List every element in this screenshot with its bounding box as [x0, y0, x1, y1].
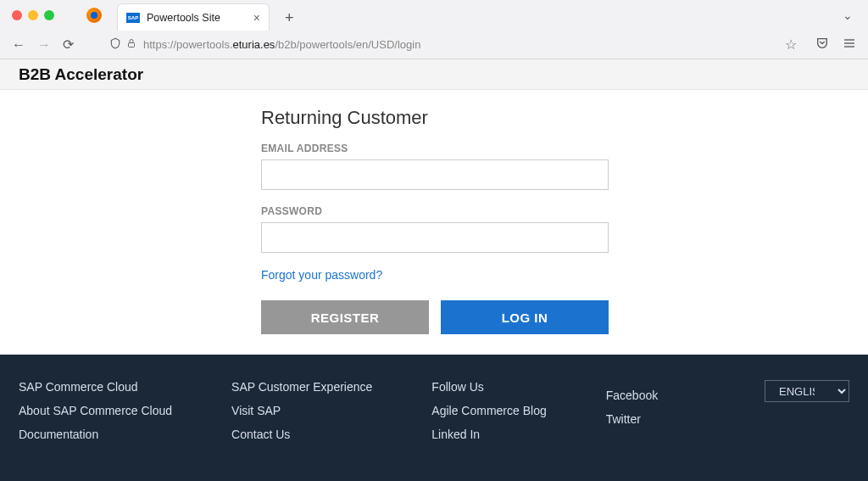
forgot-password-link[interactable]: Forgot your password?: [261, 268, 609, 282]
password-label: PASSWORD: [261, 205, 609, 217]
tab-title: Powertools Site: [147, 12, 245, 24]
bookmark-star-icon[interactable]: ☆: [785, 36, 797, 53]
site-header: B2B Accelerator: [0, 59, 868, 90]
tabs-overflow: ⌄: [843, 8, 861, 23]
toolbar-right: [815, 36, 856, 53]
browser-toolbar: ← → ⟳ https://powertools.eturia.es/b2b/p…: [0, 31, 868, 59]
footer-link[interactable]: SAP Customer Experience: [231, 380, 372, 394]
close-window-button[interactable]: [12, 10, 22, 20]
minimize-window-button[interactable]: [28, 10, 38, 20]
footer-link[interactable]: Agile Commerce Blog: [431, 404, 546, 417]
site-title: B2B Accelerator: [19, 65, 143, 84]
page-content: B2B Accelerator Returning Customer EMAIL…: [0, 59, 868, 481]
pocket-icon[interactable]: [815, 36, 829, 53]
browser-titlebar: SAP Powertools Site × + ⌄: [0, 0, 868, 31]
form-title: Returning Customer: [261, 107, 609, 129]
footer-col-4: Facebook Twitter: [606, 389, 658, 451]
back-button[interactable]: ←: [12, 37, 25, 53]
forward-button: →: [37, 37, 51, 53]
svg-rect-0: [129, 43, 135, 48]
footer-link[interactable]: Contact Us: [231, 428, 372, 441]
footer-link[interactable]: Facebook: [606, 389, 658, 402]
tab-close-icon[interactable]: ×: [253, 11, 260, 25]
email-input[interactable]: [261, 159, 609, 190]
footer-link[interactable]: Twitter: [606, 412, 658, 426]
maximize-window-button[interactable]: [44, 10, 54, 20]
address-bar[interactable]: https://powertools.eturia.es/b2b/powerto…: [103, 33, 804, 57]
shield-icon: [109, 37, 121, 52]
footer-heading: Follow Us: [431, 380, 546, 394]
new-tab-button[interactable]: +: [278, 6, 301, 31]
footer-link[interactable]: Visit SAP: [231, 404, 372, 417]
footer-link[interactable]: About SAP Commerce Cloud: [19, 404, 172, 417]
language-select-wrap: ENGLISH: [765, 380, 849, 451]
footer-link[interactable]: SAP Commerce Cloud: [19, 380, 172, 394]
reload-button[interactable]: ⟳: [63, 36, 74, 53]
tab-powertools[interactable]: SAP Powertools Site ×: [117, 3, 270, 31]
register-button[interactable]: REGISTER: [261, 300, 429, 334]
footer-link[interactable]: Linked In: [431, 428, 546, 441]
footer-col-2: SAP Customer Experience Visit SAP Contac…: [231, 380, 372, 451]
language-select[interactable]: ENGLISH: [765, 380, 849, 402]
footer-columns: SAP Commerce Cloud About SAP Commerce Cl…: [19, 380, 849, 451]
url-text: https://powertools.eturia.es/b2b/powerto…: [143, 38, 420, 51]
footer-link[interactable]: Documentation: [19, 428, 172, 441]
tab-favicon-icon: SAP: [126, 13, 140, 23]
password-input[interactable]: [261, 222, 609, 253]
hamburger-menu-icon[interactable]: [843, 36, 856, 53]
window-controls: [7, 10, 54, 20]
lock-icon: [126, 38, 136, 51]
firefox-icon: [86, 8, 102, 23]
footer-col-3: Follow Us Agile Commerce Blog Linked In: [431, 380, 546, 451]
footer: SAP Commerce Cloud About SAP Commerce Cl…: [0, 355, 868, 481]
tabs-bar: SAP Powertools Site × +: [117, 0, 301, 31]
chevron-down-icon[interactable]: ⌄: [843, 8, 853, 22]
email-label: EMAIL ADDRESS: [261, 143, 609, 154]
footer-col-1: SAP Commerce Cloud About SAP Commerce Cl…: [19, 380, 172, 451]
button-row: REGISTER LOG IN: [261, 300, 609, 334]
login-button[interactable]: LOG IN: [441, 300, 609, 334]
login-form: Returning Customer EMAIL ADDRESS PASSWOR…: [261, 90, 609, 334]
